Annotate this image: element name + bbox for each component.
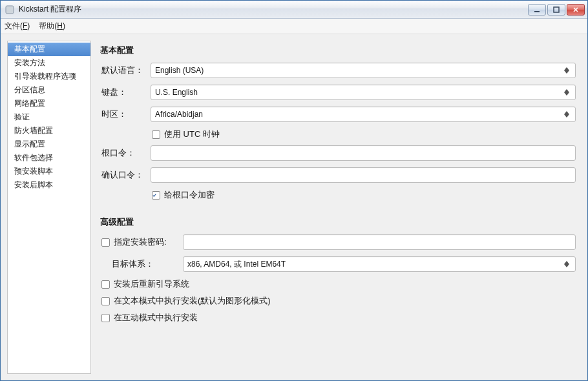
install-key-label: 指定安装密码: <box>114 236 167 248</box>
window-title: Kickstart 配置程序 <box>19 4 528 15</box>
combo-spin-icon <box>562 261 571 267</box>
maximize-button[interactable] <box>547 4 565 15</box>
language-combo[interactable]: English (USA) <box>151 63 576 78</box>
encrypt-label: 给根口令加密 <box>164 189 215 201</box>
sidebar-item-network[interactable]: 网络配置 <box>8 97 90 110</box>
keyboard-combo[interactable]: U.S. English <box>151 85 576 100</box>
sidebar-item-basic[interactable]: 基本配置 <box>8 43 90 56</box>
install-key-checkbox[interactable] <box>101 238 110 247</box>
svg-rect-1 <box>534 11 540 12</box>
svg-rect-0 <box>6 6 14 14</box>
window-controls <box>528 4 585 15</box>
svg-rect-2 <box>554 7 559 12</box>
advanced-section-title: 高级配置 <box>100 216 576 228</box>
client-area: 基本配置 安装方法 引导装载程序选项 分区信息 网络配置 验证 防火墙配置 显示… <box>1 34 587 380</box>
confirm-pw-field[interactable] <box>155 168 571 182</box>
minimize-button[interactable] <box>528 4 546 15</box>
titlebar[interactable]: Kickstart 配置程序 <box>1 1 587 19</box>
target-arch-value: x86, AMD64, 或 Intel EM64T <box>187 259 562 270</box>
close-button[interactable] <box>567 4 585 15</box>
confirm-pw-label: 确认口令： <box>100 169 151 181</box>
sidebar-item-auth[interactable]: 验证 <box>8 110 90 124</box>
sidebar-item-post-script[interactable]: 安装后脚本 <box>8 178 90 192</box>
timezone-value: Africa/Abidjan <box>155 110 562 119</box>
menubar: 文件(F) 帮助(H) <box>1 19 587 34</box>
keyboard-value: U.S. English <box>155 88 562 97</box>
target-arch-combo[interactable]: x86, AMD64, 或 Intel EM64T <box>183 256 576 272</box>
sidebar-item-install-method[interactable]: 安装方法 <box>8 56 90 70</box>
target-arch-label: 目标体系： <box>100 258 183 270</box>
menu-file[interactable]: 文件(F) <box>5 21 30 32</box>
combo-spin-icon <box>562 89 571 96</box>
language-label: 默认语言： <box>100 65 151 76</box>
interactive-checkbox[interactable] <box>101 314 110 322</box>
root-pw-label: 根口令： <box>100 147 151 159</box>
app-icon <box>5 5 15 15</box>
reboot-checkbox[interactable] <box>101 280 110 289</box>
reboot-label: 安装后重新引导系统 <box>114 278 189 290</box>
sidebar: 基本配置 安装方法 引导装载程序选项 分区信息 网络配置 验证 防火墙配置 显示… <box>7 41 91 374</box>
sidebar-item-pre-script[interactable]: 预安装脚本 <box>8 165 90 178</box>
textmode-checkbox[interactable] <box>101 297 110 305</box>
combo-spin-icon <box>562 111 571 118</box>
confirm-pw-input[interactable] <box>151 167 576 183</box>
utc-checkbox[interactable] <box>152 130 160 139</box>
textmode-label: 在文本模式中执行安装(默认为图形化模式) <box>114 295 271 307</box>
install-key-field[interactable] <box>187 235 571 249</box>
sidebar-item-display[interactable]: 显示配置 <box>8 138 90 151</box>
language-value: English (USA) <box>155 66 562 75</box>
keyboard-label: 键盘： <box>100 87 151 98</box>
timezone-label: 时区： <box>100 108 151 120</box>
sidebar-item-packages[interactable]: 软件包选择 <box>8 151 90 165</box>
main-panel: 基本配置 默认语言： English (USA) 键盘： U.S. Englis… <box>100 41 581 374</box>
sidebar-item-partition[interactable]: 分区信息 <box>8 83 90 97</box>
encrypt-checkbox[interactable] <box>152 191 160 200</box>
sidebar-item-firewall[interactable]: 防火墙配置 <box>8 124 90 138</box>
combo-spin-icon <box>562 67 571 74</box>
sidebar-item-bootloader[interactable]: 引导装载程序选项 <box>8 70 90 83</box>
basic-section-title: 基本配置 <box>100 45 576 56</box>
root-pw-input[interactable] <box>151 145 576 161</box>
install-key-input[interactable] <box>183 234 576 250</box>
utc-label: 使用 UTC 时钟 <box>164 129 220 140</box>
timezone-combo[interactable]: Africa/Abidjan <box>151 107 576 122</box>
app-window: Kickstart 配置程序 文件(F) 帮助(H) 基本配置 安装方法 引导装… <box>0 0 588 381</box>
interactive-label: 在互动模式中执行安装 <box>114 312 198 324</box>
menu-help[interactable]: 帮助(H) <box>39 21 65 32</box>
root-pw-field[interactable] <box>155 146 571 160</box>
